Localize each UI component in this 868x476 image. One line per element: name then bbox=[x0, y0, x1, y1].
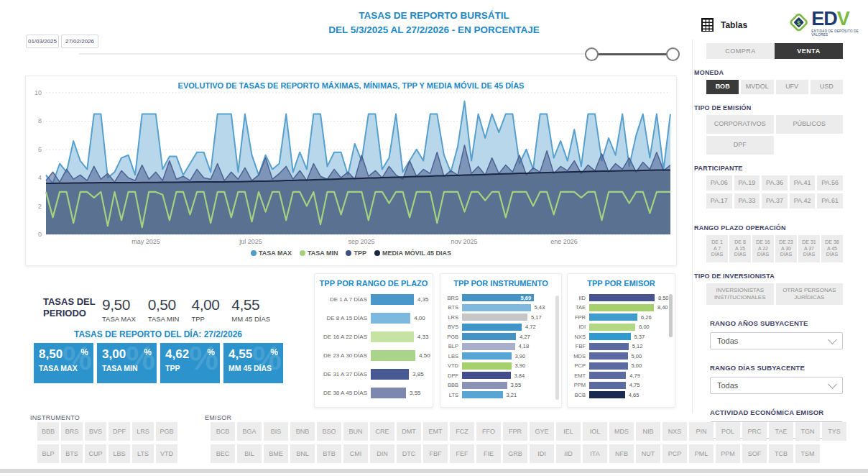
tipo-inversionista-option-0[interactable]: INVERSIONISTAS INSTITUCIONALES bbox=[706, 283, 774, 305]
emisor-chip-bec[interactable]: BEC bbox=[211, 444, 235, 463]
bar-row-emisor-bcb[interactable]: BCB4,65 bbox=[569, 391, 675, 398]
emisor-chip-bnb[interactable]: BNB bbox=[290, 422, 315, 441]
compra-button[interactable]: COMPRA bbox=[706, 43, 775, 59]
bar-row-emisor-pcp[interactable]: PCP5,00 bbox=[569, 362, 675, 370]
bar-row-emisor-fbf[interactable]: FBF5,12 bbox=[569, 343, 675, 350]
rango-plazo-option-1[interactable]: DE 8 A 15 DÍAS bbox=[729, 235, 751, 262]
bar-row-rango-de-23-a-30-días[interactable]: DE 23 A 30 DÍAS4,50 bbox=[316, 350, 433, 361]
emisor-chip-ffo[interactable]: FFO bbox=[476, 422, 501, 441]
emisor-chip-bcb[interactable]: BCB bbox=[211, 422, 235, 441]
emisor-chip-ppm[interactable]: PPM bbox=[716, 444, 740, 463]
tablas-button[interactable]: Tablas bbox=[701, 17, 747, 32]
tipo-emision-option-corporativos[interactable]: CORPORATIVOS bbox=[706, 115, 774, 134]
rango-plazo-option-4[interactable]: DE 31 A 37 DÍAS bbox=[798, 235, 820, 262]
emisor-chip-bil[interactable]: BIL bbox=[237, 444, 262, 463]
emisor-chip-nxs[interactable]: NXS bbox=[662, 422, 687, 441]
tipo-inversionista-option-1[interactable]: OTRAS PERSONAS JURÍDICAS bbox=[776, 283, 844, 305]
bar-row-emisor-iid[interactable]: IID8,50 bbox=[569, 294, 675, 301]
instrumento-chip-cup[interactable]: CUP bbox=[85, 444, 106, 463]
bar-row-instrumento-vtd[interactable]: VTD3,90 bbox=[442, 362, 561, 370]
emisor-chip-cmi[interactable]: CMI bbox=[343, 444, 368, 463]
instrumento-chip-lbs[interactable]: LBS bbox=[108, 444, 130, 463]
emisor-chip-tgn[interactable]: TGN bbox=[795, 422, 820, 441]
instrumento-chip-vtd[interactable]: VTD bbox=[156, 444, 177, 463]
bar-row-instrumento-bvs[interactable]: BVS4,72 bbox=[442, 324, 561, 331]
emisor-chip-fbf[interactable]: FBF bbox=[423, 444, 448, 463]
tipo-emision-option-dpf[interactable]: DPF bbox=[706, 136, 774, 155]
select-dropdown-1[interactable]: Todas bbox=[710, 377, 843, 394]
bar-row-rango-de-31-a-37-días[interactable]: DE 31 A 37 DÍAS3,85 bbox=[316, 369, 433, 380]
emisor-chip-btb[interactable]: BTB bbox=[317, 444, 341, 463]
instrumento-chip-lrs[interactable]: LRS bbox=[132, 422, 154, 441]
date-range-slider-selection[interactable] bbox=[591, 53, 672, 55]
moneda-option-ufv[interactable]: UFV bbox=[776, 80, 808, 94]
participante-option-pa-19[interactable]: PA.19 bbox=[734, 175, 760, 191]
participante-option-pa-41[interactable]: PA.41 bbox=[790, 175, 816, 191]
emisor-chip-pml[interactable]: PML bbox=[689, 444, 714, 463]
emisor-chip-bis[interactable]: BIS bbox=[264, 422, 288, 441]
venta-button[interactable]: VENTA bbox=[775, 43, 843, 59]
emisor-chip-bso[interactable]: BSO bbox=[317, 422, 341, 441]
rango-plazo-option-2[interactable]: DE 16 A 22 DÍAS bbox=[752, 235, 774, 262]
bar-row-instrumento-lbs[interactable]: LBS3,90 bbox=[442, 352, 561, 360]
select-dropdown-0[interactable]: Todas bbox=[710, 332, 843, 349]
bottom-scrollbar[interactable] bbox=[0, 469, 868, 473]
emisor-chip-ita[interactable]: ITA bbox=[583, 444, 607, 463]
emisor-chip-bme[interactable]: BME bbox=[264, 444, 288, 463]
emisor-chip-fcz[interactable]: FCZ bbox=[450, 422, 474, 441]
emisor-chip-dtc[interactable]: DTC bbox=[397, 444, 421, 463]
emisor-chip-prc[interactable]: PRC bbox=[742, 422, 767, 441]
emisor-chip-emt[interactable]: EMT bbox=[423, 422, 448, 441]
bar-row-instrumento-lrs[interactable]: LRS5,17 bbox=[442, 313, 561, 321]
tipo-emision-option-públicos[interactable]: PÚBLICOS bbox=[776, 115, 844, 134]
bar-row-emisor-ppm[interactable]: PPM4,75 bbox=[569, 382, 675, 389]
slider-handle-left[interactable] bbox=[585, 47, 599, 61]
bar-row-emisor-mds[interactable]: MDS5,00 bbox=[569, 352, 675, 360]
emisor-chip-mds[interactable]: MDS bbox=[609, 422, 634, 441]
bar-row-emisor-nxs[interactable]: NXS5,37 bbox=[569, 333, 675, 340]
instrumento-chip-dpf[interactable]: DPF bbox=[108, 422, 130, 441]
instrumento-scrollbar[interactable] bbox=[555, 296, 559, 400]
bar-row-instrumento-bbb[interactable]: BBB3,55 bbox=[442, 382, 561, 389]
emisor-chip-bga[interactable]: BGA bbox=[237, 422, 262, 441]
participante-option-pa-33[interactable]: PA.33 bbox=[734, 193, 760, 209]
emisor-chip-nut[interactable]: NUT bbox=[636, 444, 660, 463]
instrumento-chip-bbb[interactable]: BBB bbox=[37, 422, 59, 441]
date-from-input[interactable]: 01/03/2025 bbox=[26, 35, 59, 48]
instrumento-chip-lts[interactable]: LTS bbox=[132, 444, 154, 463]
moneda-option-usd[interactable]: USD bbox=[811, 80, 843, 94]
emisor-chip-iel[interactable]: IEL bbox=[556, 422, 581, 441]
emisor-scrollbar[interactable] bbox=[669, 294, 673, 337]
bar-row-instrumento-lts[interactable]: LTS3,21 bbox=[442, 391, 561, 398]
participante-option-pa-61[interactable]: PA.61 bbox=[817, 193, 843, 209]
date-range-slider-track[interactable] bbox=[79, 53, 591, 55]
instrumento-chip-blp[interactable]: BLP bbox=[37, 444, 59, 463]
participante-option-pa-36[interactable]: PA.36 bbox=[762, 175, 788, 191]
participante-option-pa-37[interactable]: PA.37 bbox=[762, 193, 788, 209]
emisor-chip-tcb[interactable]: TCB bbox=[769, 444, 793, 463]
evolutive-chart[interactable]: 0246810may 2025jul 2025sep 2025nov 2025e… bbox=[26, 76, 676, 247]
participante-option-pa-56[interactable]: PA.56 bbox=[817, 175, 843, 191]
emisor-chip-tys[interactable]: TYS bbox=[822, 422, 846, 441]
participante-option-pa-06[interactable]: PA.06 bbox=[706, 175, 732, 191]
emisor-chip-pcp[interactable]: PCP bbox=[662, 444, 687, 463]
emisor-chip-iid[interactable]: IID bbox=[556, 444, 581, 463]
bar-row-instrumento-blp[interactable]: BLP4,18 bbox=[442, 343, 561, 350]
emisor-chip-bnl[interactable]: BNL bbox=[290, 444, 315, 463]
emisor-chip-grb[interactable]: GRB bbox=[503, 444, 527, 463]
instrumento-chip-brs[interactable]: BRS bbox=[61, 422, 83, 441]
instrumento-chip-bts[interactable]: BTS bbox=[61, 444, 83, 463]
emisor-chip-nfb[interactable]: NFB bbox=[609, 444, 634, 463]
emisor-chip-gye[interactable]: GYE bbox=[530, 422, 554, 441]
emisor-chip-iol[interactable]: IOL bbox=[583, 422, 607, 441]
bar-row-emisor-fpr[interactable]: FPR6,26 bbox=[569, 313, 675, 321]
bar-row-instrumento-pgb[interactable]: PGB4,27 bbox=[442, 333, 561, 340]
bar-row-emisor-idi[interactable]: IDI6,00 bbox=[569, 324, 675, 331]
bar-row-emisor-emt[interactable]: EMT4,79 bbox=[569, 372, 675, 379]
emisor-chip-din[interactable]: DIN bbox=[370, 444, 394, 463]
bar-row-emisor-tae[interactable]: TAE8,40 bbox=[569, 304, 675, 311]
instrumento-chip-pgb[interactable]: PGB bbox=[156, 422, 177, 441]
emisor-chip-idi[interactable]: IDI bbox=[530, 444, 554, 463]
emisor-chip-fef[interactable]: FEF bbox=[450, 444, 474, 463]
emisor-chip-dmt[interactable]: DMT bbox=[397, 422, 421, 441]
